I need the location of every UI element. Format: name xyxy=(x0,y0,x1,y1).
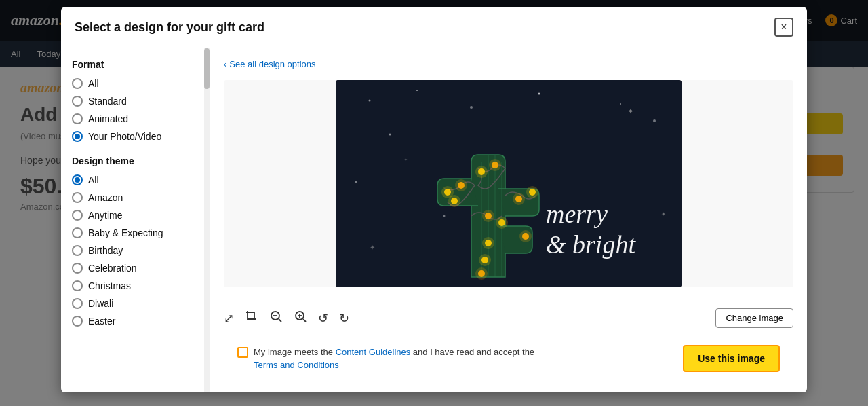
format-option-standard[interactable]: Standard xyxy=(72,96,199,107)
modal-body: Format All Standard Animated xyxy=(61,48,807,392)
content-guidelines-link[interactable]: Content Guidelines xyxy=(336,347,411,357)
svg-point-2 xyxy=(416,90,418,91)
theme-label-celebration: Celebration xyxy=(88,263,137,274)
back-chevron-icon: ‹ xyxy=(224,59,226,69)
theme-radio-all[interactable] xyxy=(72,174,83,185)
agreement-prefix: My image meets the xyxy=(254,347,336,357)
crop-icon[interactable] xyxy=(245,310,258,327)
svg-point-37 xyxy=(482,237,494,249)
svg-point-31 xyxy=(496,217,508,229)
format-label-animated: Animated xyxy=(88,113,128,124)
format-option-all[interactable]: All xyxy=(72,78,199,89)
modal-title: Select a design for your gift card xyxy=(75,20,264,35)
theme-radio-christmas[interactable] xyxy=(72,280,83,291)
toolbar-icons: ⤢ xyxy=(224,310,349,327)
format-title: Format xyxy=(72,59,199,70)
svg-text:& bright: & bright xyxy=(546,230,636,259)
format-radio-animated[interactable] xyxy=(72,113,83,124)
zoom-in-icon[interactable] xyxy=(294,310,307,327)
modal-dialog: Select a design for your gift card × For… xyxy=(61,7,807,392)
theme-option-amazon[interactable]: Amazon xyxy=(72,192,199,203)
format-label-all: All xyxy=(88,78,99,89)
format-radio-photo[interactable] xyxy=(72,131,83,142)
svg-point-27 xyxy=(448,195,460,207)
modal-close-button[interactable]: × xyxy=(774,18,793,37)
svg-point-4 xyxy=(538,93,540,95)
theme-label-christmas: Christmas xyxy=(88,280,131,291)
svg-point-7 xyxy=(389,134,391,136)
svg-point-3 xyxy=(470,106,473,109)
svg-text:merry: merry xyxy=(546,200,608,228)
theme-radio-baby[interactable] xyxy=(72,227,83,238)
svg-text:✦: ✦ xyxy=(370,244,375,251)
rotate-left-icon[interactable]: ↺ xyxy=(318,311,328,326)
svg-point-35 xyxy=(526,186,538,198)
zoom-out-icon[interactable] xyxy=(269,310,283,327)
svg-point-43 xyxy=(475,267,488,280)
theme-label-birthday: Birthday xyxy=(88,245,123,256)
svg-point-9 xyxy=(443,215,446,217)
theme-radio-birthday[interactable] xyxy=(72,245,83,256)
format-radio-standard[interactable] xyxy=(72,96,83,107)
theme-option-birthday[interactable]: Birthday xyxy=(72,245,199,256)
theme-label-all: All xyxy=(88,174,99,185)
back-link-label: See all design options xyxy=(229,59,315,69)
agreement-middle: and I have read and accept the xyxy=(410,347,534,357)
svg-point-29 xyxy=(482,210,494,222)
use-image-button[interactable]: Use this image xyxy=(683,345,780,372)
change-image-button[interactable]: Change image xyxy=(715,308,793,328)
image-toolbar: ⤢ xyxy=(224,301,793,335)
theme-option-anytime[interactable]: Anytime xyxy=(72,210,199,221)
svg-point-33 xyxy=(513,193,525,205)
theme-option-baby[interactable]: Baby & Expecting xyxy=(72,227,199,238)
theme-option-celebration[interactable]: Celebration xyxy=(72,263,199,274)
theme-radio-celebration[interactable] xyxy=(72,263,83,274)
svg-text:✦: ✦ xyxy=(661,211,666,217)
format-radio-all[interactable] xyxy=(72,78,83,89)
modal-overlay: Select a design for your gift card × For… xyxy=(0,0,868,406)
theme-radio-amazon[interactable] xyxy=(72,192,83,203)
scrollbar-track xyxy=(204,48,210,392)
scrollbar-thumb[interactable] xyxy=(204,48,210,89)
image-preview-container: ✦ ✦ ✦ ✦ xyxy=(224,80,793,287)
svg-line-48 xyxy=(279,319,281,322)
svg-point-39 xyxy=(519,230,532,242)
svg-point-1 xyxy=(369,100,371,102)
theme-radio-diwali[interactable] xyxy=(72,298,83,309)
theme-label-easter: Easter xyxy=(88,316,115,327)
theme-label-baby: Baby & Expecting xyxy=(88,227,163,238)
modal-header: Select a design for your gift card × xyxy=(61,7,807,48)
agreement-section: My image meets the Content Guidelines an… xyxy=(237,346,675,372)
rotate-right-icon[interactable]: ↻ xyxy=(339,311,349,326)
svg-point-25 xyxy=(455,179,467,191)
svg-point-19 xyxy=(475,166,488,178)
svg-point-8 xyxy=(355,181,357,183)
theme-title: Design theme xyxy=(72,155,199,166)
agreement-checkbox[interactable] xyxy=(237,347,248,358)
svg-text:✦: ✦ xyxy=(627,107,634,116)
agreement-text: My image meets the Content Guidelines an… xyxy=(254,346,534,372)
svg-point-5 xyxy=(620,103,621,105)
terms-link[interactable]: Terms and Conditions xyxy=(254,360,339,370)
theme-radio-group: All Amazon Anytime Baby & Expecting xyxy=(72,174,199,327)
svg-line-52 xyxy=(303,319,306,322)
theme-radio-anytime[interactable] xyxy=(72,210,83,221)
format-radio-group: All Standard Animated Your Photo/Video xyxy=(72,78,199,142)
format-option-animated[interactable]: Animated xyxy=(72,113,199,124)
theme-option-diwali[interactable]: Diwali xyxy=(72,298,199,309)
theme-option-all[interactable]: All xyxy=(72,174,199,185)
move-icon[interactable]: ⤢ xyxy=(224,311,234,326)
theme-option-christmas[interactable]: Christmas xyxy=(72,280,199,291)
format-option-photo[interactable]: Your Photo/Video xyxy=(72,131,199,142)
back-link[interactable]: ‹ See all design options xyxy=(224,59,793,69)
main-content: ‹ See all design options xyxy=(210,48,807,392)
cactus-illustration: ✦ ✦ ✦ ✦ xyxy=(336,80,682,287)
theme-option-easter[interactable]: Easter xyxy=(72,316,199,327)
format-label-photo: Your Photo/Video xyxy=(88,131,161,142)
svg-point-6 xyxy=(653,119,656,122)
modal-footer: My image meets the Content Guidelines an… xyxy=(224,335,793,382)
theme-radio-easter[interactable] xyxy=(72,316,83,327)
svg-text:✦: ✦ xyxy=(403,157,408,163)
theme-label-anytime: Anytime xyxy=(88,210,123,221)
theme-label-diwali: Diwali xyxy=(88,298,113,309)
